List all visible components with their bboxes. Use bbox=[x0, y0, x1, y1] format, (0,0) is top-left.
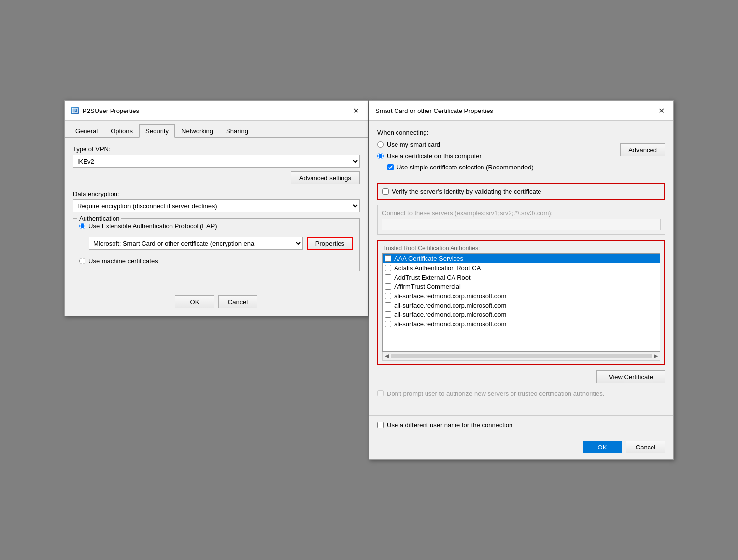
data-encryption-label: Data encryption: bbox=[73, 190, 360, 197]
tab-options[interactable]: Options bbox=[104, 124, 139, 138]
tab-sharing[interactable]: Sharing bbox=[220, 124, 255, 138]
simple-cert-checkbox-item: Use simple certificate selection (Recomm… bbox=[387, 164, 534, 171]
verify-checkbox[interactable] bbox=[382, 188, 389, 195]
cert-item-label-0: AAA Certificate Services bbox=[394, 255, 463, 262]
dont-prompt-row: Don't prompt user to authorize new serve… bbox=[377, 388, 665, 399]
dont-prompt-label: Don't prompt user to authorize new serve… bbox=[387, 390, 604, 397]
cert-list-item[interactable]: AffirmTrust Commercial bbox=[383, 282, 660, 291]
cert-item-label-1: Actalis Authentication Root CA bbox=[394, 264, 481, 272]
cert-item-label-3: AffirmTrust Commercial bbox=[394, 283, 461, 290]
eap-sub: Microsoft: Smart Card or other certifica… bbox=[89, 237, 353, 250]
eap-label: Use Extensible Authentication Protocol (… bbox=[88, 223, 217, 230]
right-footer: OK Cancel bbox=[369, 435, 673, 459]
left-dialog: P2SUser Properties ✕ General Options Sec… bbox=[64, 100, 368, 316]
diff-user-row: Use a different user name for the connec… bbox=[369, 415, 673, 435]
eap-type-select[interactable]: Microsoft: Smart Card or other certifica… bbox=[89, 237, 303, 250]
cert-list-item[interactable]: ali-surface.redmond.corp.microsoft.com bbox=[383, 310, 660, 319]
left-title-left: P2SUser Properties bbox=[71, 107, 139, 114]
properties-button[interactable]: Properties bbox=[307, 237, 353, 250]
auth-radio-group: Use Extensible Authentication Protocol (… bbox=[79, 223, 353, 265]
vpn-type-group: Type of VPN: IKEv2 Advanced settings bbox=[73, 145, 360, 184]
connect-servers-label: Connect to these servers (examples:srv1;… bbox=[382, 209, 553, 217]
when-connecting-label: When connecting: bbox=[377, 129, 534, 136]
simple-cert-checkbox[interactable] bbox=[387, 164, 394, 170]
tab-networking[interactable]: Networking bbox=[175, 124, 220, 138]
right-dialog: Smart Card or other Certificate Properti… bbox=[369, 100, 674, 460]
left-footer: OK Cancel bbox=[65, 289, 368, 316]
verify-checkbox-item: Verify the server's identity by validati… bbox=[382, 188, 660, 195]
cert-item-label-7: ali-surface.redmond.corp.microsoft.com bbox=[394, 320, 506, 328]
dialog-icon bbox=[71, 107, 79, 114]
cert-item-label-5: ali-surface.redmond.corp.microsoft.com bbox=[394, 302, 506, 309]
vpn-type-select[interactable]: IKEv2 bbox=[73, 155, 360, 168]
cert-item-checkbox-4[interactable] bbox=[385, 293, 391, 299]
eap-radio-item: Use Extensible Authentication Protocol (… bbox=[79, 223, 353, 230]
eap-radio[interactable] bbox=[79, 223, 85, 229]
tab-general[interactable]: General bbox=[69, 124, 104, 138]
verify-label: Verify the server's identity by validati… bbox=[392, 188, 541, 195]
cert-item-label-2: AddTrust External CA Root bbox=[394, 274, 471, 281]
cert-list-item[interactable]: AddTrust External CA Root bbox=[383, 273, 660, 282]
cert-item-label-4: ali-surface.redmond.corp.microsoft.com bbox=[394, 292, 506, 300]
left-ok-button[interactable]: OK bbox=[175, 295, 214, 308]
data-encryption-select[interactable]: Require encryption (disconnect if server… bbox=[73, 199, 360, 212]
connect-servers-input[interactable] bbox=[382, 219, 661, 230]
advanced-button[interactable]: Advanced bbox=[620, 143, 665, 156]
cert-item-checkbox-5[interactable] bbox=[385, 302, 391, 308]
cert-item-checkbox-2[interactable] bbox=[385, 274, 391, 280]
view-certificate-button[interactable]: View Certificate bbox=[596, 370, 665, 383]
when-connecting-left: When connecting: Use my smart card Use a… bbox=[377, 129, 534, 176]
right-title-bar: Smart Card or other Certificate Properti… bbox=[369, 101, 673, 121]
tab-security[interactable]: Security bbox=[139, 124, 175, 138]
cert-item-label-6: ali-surface.redmond.corp.microsoft.com bbox=[394, 311, 506, 318]
connection-radios: Use my smart card Use a certificate on t… bbox=[377, 141, 534, 171]
machine-cert-radio-item: Use machine certificates bbox=[79, 257, 353, 265]
diff-user-checkbox[interactable] bbox=[377, 422, 384, 428]
cert-list-item[interactable]: ali-surface.redmond.corp.microsoft.com bbox=[383, 301, 660, 310]
certificate-label: Use a certificate on this computer bbox=[387, 152, 482, 160]
left-close-button[interactable]: ✕ bbox=[350, 105, 362, 116]
left-title-bar: P2SUser Properties ✕ bbox=[65, 101, 368, 121]
trusted-root-box: Trusted Root Certification Authorities: … bbox=[377, 240, 665, 365]
cert-item-checkbox-7[interactable] bbox=[385, 321, 391, 327]
view-cert-row: View Certificate bbox=[377, 370, 665, 383]
cert-item-checkbox-6[interactable] bbox=[385, 311, 391, 318]
vpn-type-row: IKEv2 bbox=[73, 155, 360, 168]
left-cancel-button[interactable]: Cancel bbox=[218, 295, 257, 308]
left-dialog-title: P2SUser Properties bbox=[83, 107, 139, 114]
cert-item-checkbox-1[interactable] bbox=[385, 265, 391, 271]
data-encryption-group: Data encryption: Require encryption (dis… bbox=[73, 190, 360, 212]
vpn-type-label: Type of VPN: bbox=[73, 145, 360, 153]
cert-item-checkbox-3[interactable] bbox=[385, 283, 391, 290]
certificate-radio[interactable] bbox=[377, 153, 384, 159]
right-close-button[interactable]: ✕ bbox=[655, 105, 667, 116]
dont-prompt-checkbox[interactable] bbox=[377, 390, 384, 396]
smart-card-radio-item: Use my smart card bbox=[377, 141, 534, 148]
cert-list-item[interactable]: Actalis Authentication Root CA bbox=[383, 263, 660, 273]
advanced-settings-button[interactable]: Advanced settings bbox=[291, 171, 360, 184]
connect-servers-box: Connect to these servers (examples:srv1;… bbox=[377, 205, 665, 235]
machine-cert-radio[interactable] bbox=[79, 258, 85, 264]
cert-list-item[interactable]: ali-surface.redmond.corp.microsoft.com bbox=[383, 319, 660, 329]
diff-user-label: Use a different user name for the connec… bbox=[387, 421, 512, 429]
smart-card-label: Use my smart card bbox=[387, 141, 440, 148]
scroll-right-icon[interactable]: ▶ bbox=[654, 353, 658, 359]
scroll-left-icon[interactable]: ◀ bbox=[385, 353, 389, 359]
right-content: When connecting: Use my smart card Use a… bbox=[369, 121, 673, 413]
cert-list-item[interactable]: AAA Certificate Services bbox=[383, 254, 660, 263]
left-content: Type of VPN: IKEv2 Advanced settings Dat… bbox=[65, 138, 368, 285]
right-cancel-button[interactable]: Cancel bbox=[626, 441, 665, 453]
authentication-group-title: Authentication bbox=[77, 215, 121, 222]
when-connecting-section: When connecting: Use my smart card Use a… bbox=[377, 129, 665, 176]
simple-cert-label: Use simple certificate selection (Recomm… bbox=[397, 164, 534, 171]
right-ok-button[interactable]: OK bbox=[583, 441, 622, 453]
cert-list-item[interactable]: ali-surface.redmond.corp.microsoft.com bbox=[383, 291, 660, 301]
trusted-root-label: Trusted Root Certification Authorities: bbox=[382, 245, 660, 252]
scroll-track[interactable] bbox=[391, 354, 652, 358]
right-dialog-title: Smart Card or other Certificate Properti… bbox=[375, 107, 493, 114]
smart-card-radio[interactable] bbox=[377, 141, 384, 148]
tab-bar: General Options Security Networking Shar… bbox=[65, 121, 368, 138]
horizontal-scrollbar[interactable]: ◀ ▶ bbox=[382, 352, 660, 361]
cert-item-checkbox-0[interactable] bbox=[385, 255, 391, 262]
cert-list[interactable]: AAA Certificate Services Actalis Authent… bbox=[382, 253, 660, 352]
